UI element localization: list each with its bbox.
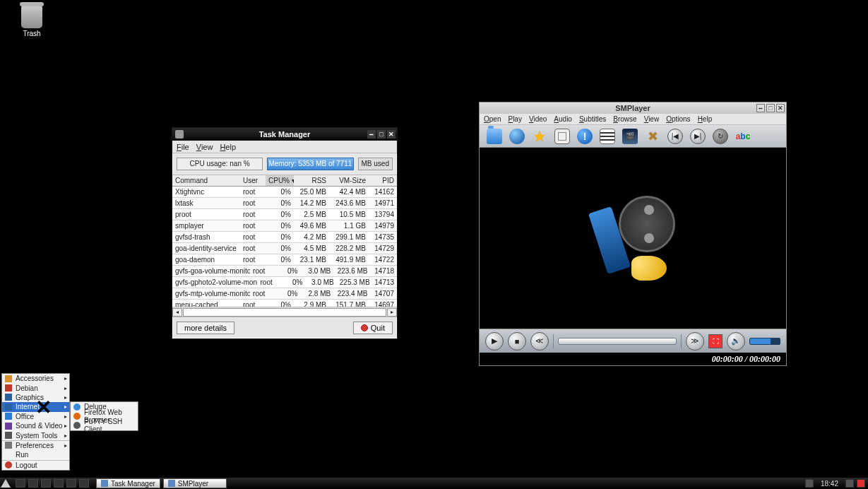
seek-slider[interactable]	[558, 338, 677, 345]
scroll-right-arrow-icon[interactable]: ▸	[387, 308, 397, 317]
tray-power-icon[interactable]	[857, 479, 865, 488]
task-label: Task Manager	[111, 480, 155, 488]
taskbar-task-taskmanager[interactable]: Task Manager	[96, 478, 160, 488]
tray-icon[interactable]	[805, 479, 814, 488]
rewind-button[interactable]: ≪	[530, 332, 549, 350]
process-row[interactable]: lxtaskroot0%14.2 MB243.6 MB14971	[172, 198, 397, 209]
process-row[interactable]: Xtightvncroot0%25.0 MB42.4 MB14162	[172, 187, 397, 198]
info-icon[interactable]: !	[577, 129, 593, 144]
mute-button[interactable]: 🔊	[727, 332, 745, 350]
appmenu-item-debian[interactable]: Debian▸	[2, 383, 69, 392]
smp-menu-open[interactable]: Open	[484, 115, 501, 123]
th-rss[interactable]: RSS	[294, 175, 329, 186]
menu-item-label: Logout	[16, 461, 37, 469]
task-icon	[168, 480, 175, 487]
appmenu-item-sound-video[interactable]: Sound & Video▸	[2, 421, 69, 430]
appmenu-item-internet[interactable]: Internet▸	[2, 402, 69, 411]
smp-close-button[interactable]: ✕	[776, 104, 785, 112]
menu-item-label: Preferences	[16, 442, 54, 449]
taskbar-task-smplayer[interactable]: SMPlayer	[163, 478, 227, 488]
smp-menu-play[interactable]: Play	[508, 115, 521, 123]
tray-icon[interactable]	[845, 479, 854, 488]
menu-file[interactable]: File	[177, 143, 189, 151]
prev-track-icon[interactable]: |◀	[667, 129, 683, 144]
th-user[interactable]: User	[240, 175, 266, 186]
subtitle-search-icon[interactable]: abc	[735, 129, 751, 144]
minimize-button[interactable]: ‒	[367, 130, 376, 139]
th-command[interactable]: Command	[172, 175, 240, 186]
open-url-icon[interactable]	[509, 129, 525, 144]
quit-button[interactable]: Quit	[353, 322, 393, 334]
smplayer-video-area[interactable]	[480, 148, 786, 329]
launcher-icon[interactable]	[54, 479, 64, 488]
smp-menu-help[interactable]: Help	[698, 115, 713, 123]
forward-button[interactable]: ≫	[686, 332, 704, 350]
screenshot-icon[interactable]	[554, 129, 570, 144]
launcher-icon[interactable]	[28, 479, 38, 488]
play-button[interactable]: ▶	[485, 332, 504, 350]
smp-menu-audio[interactable]: Audio	[554, 115, 572, 123]
scroll-track[interactable]	[183, 308, 386, 317]
process-row[interactable]: menu-cachedroot0%2.9 MB151.7 MB14697	[172, 300, 397, 307]
open-file-icon[interactable]	[487, 129, 502, 144]
process-row[interactable]: prootroot0%2.5 MB10.5 MB13794	[172, 209, 397, 220]
process-row[interactable]: goa-daemonroot0%23.1 MB491.9 MB14722	[172, 254, 397, 266]
more-details-button[interactable]: more details	[177, 322, 234, 334]
launcher-icon[interactable]	[41, 479, 51, 488]
process-row[interactable]: gvfs-mtp-volume-monitorroot0%2.8 MB223.4…	[172, 288, 397, 300]
smp-menu-view[interactable]: View	[644, 115, 660, 123]
launcher-icon[interactable]	[79, 479, 89, 488]
appmenu-item-system-tools[interactable]: System Tools▸	[2, 430, 69, 440]
process-row[interactable]: gvfs-gphoto2-volume-monitorroot0%3.0 MB2…	[172, 277, 397, 288]
menu-item-icon	[73, 413, 81, 420]
smp-maximize-button[interactable]: □	[766, 104, 775, 112]
fullscreen-button[interactable]: ⛶	[708, 334, 723, 348]
chevron-right-icon: ▸	[64, 394, 67, 401]
launcher-icon[interactable]	[66, 479, 76, 488]
menu-item-icon	[5, 394, 12, 401]
process-row[interactable]: gvfsd-trashroot0%4.2 MB299.1 MB14735	[172, 232, 397, 243]
stop-button[interactable]: ■	[508, 332, 526, 350]
smplayer-titlebar[interactable]: SMPlayer ‒ □ ✕	[480, 102, 786, 114]
desktop-trash[interactable]: Trash	[14, 6, 49, 37]
favorites-icon[interactable]: ★	[532, 129, 547, 144]
close-button[interactable]: ✕	[387, 130, 396, 139]
smp-menu-browse[interactable]: Browse	[613, 115, 636, 123]
task-manager-titlebar[interactable]: Task Manager ‒ □ ✕	[172, 128, 397, 141]
appmenu-item-office[interactable]: Office▸	[2, 412, 69, 421]
appmenu-item-accessories[interactable]: Accessories▸	[2, 374, 69, 383]
volume-slider[interactable]	[749, 338, 780, 345]
horizontal-scrollbar[interactable]: ◂ ▸	[172, 307, 397, 317]
appmenu-item-preferences[interactable]: Preferences▸	[2, 441, 69, 450]
appmenu-item-run[interactable]: Run	[2, 450, 69, 459]
process-table-body[interactable]: Xtightvncroot0%25.0 MB42.4 MB14162lxtask…	[172, 187, 397, 307]
menu-view[interactable]: View	[196, 143, 213, 151]
launcher-icon[interactable]	[16, 479, 25, 488]
smp-menu-video[interactable]: Video	[529, 115, 547, 123]
smp-menu-options[interactable]: Options	[666, 115, 690, 123]
process-row[interactable]: goa-identity-serviceroot0%4.5 MB228.2 MB…	[172, 243, 397, 254]
th-cpu[interactable]: CPU% ▾	[266, 175, 294, 186]
scroll-left-arrow-icon[interactable]: ◂	[172, 308, 182, 317]
appmenu-item-logout[interactable]: Logout	[2, 461, 69, 470]
chevron-right-icon: ▸	[64, 403, 67, 410]
smp-minimize-button[interactable]: ‒	[756, 104, 765, 112]
th-vmsize[interactable]: VM-Size	[329, 175, 369, 186]
process-row[interactable]: smplayerroot0%49.6 MB1.1 GB14979	[172, 220, 397, 232]
preferences-icon[interactable]: ✖	[645, 129, 660, 144]
repeat-icon[interactable]: ↻	[713, 129, 728, 144]
task-manager-title: Task Manager	[259, 130, 311, 139]
process-row[interactable]: gvfs-goa-volume-monitorroot0%3.0 MB223.6…	[172, 266, 397, 277]
menu-help[interactable]: Help	[220, 143, 236, 151]
smp-menu-subtitles[interactable]: Subtitles	[579, 115, 606, 123]
maximize-button[interactable]: □	[377, 130, 386, 139]
next-track-icon[interactable]: ▶|	[690, 129, 706, 144]
playlist-icon[interactable]	[600, 129, 615, 144]
video-icon[interactable]: 🎬	[622, 129, 638, 144]
start-menu-button[interactable]	[0, 478, 11, 488]
menu-item-label: Office	[16, 413, 34, 420]
submenu-item-putty-ssh-client[interactable]: PuTTY SSH Client	[71, 421, 138, 430]
th-pid[interactable]: PID	[369, 175, 397, 186]
taskbar-clock[interactable]: 18:42	[816, 480, 843, 488]
appmenu-item-graphics[interactable]: Graphics▸	[2, 393, 69, 402]
